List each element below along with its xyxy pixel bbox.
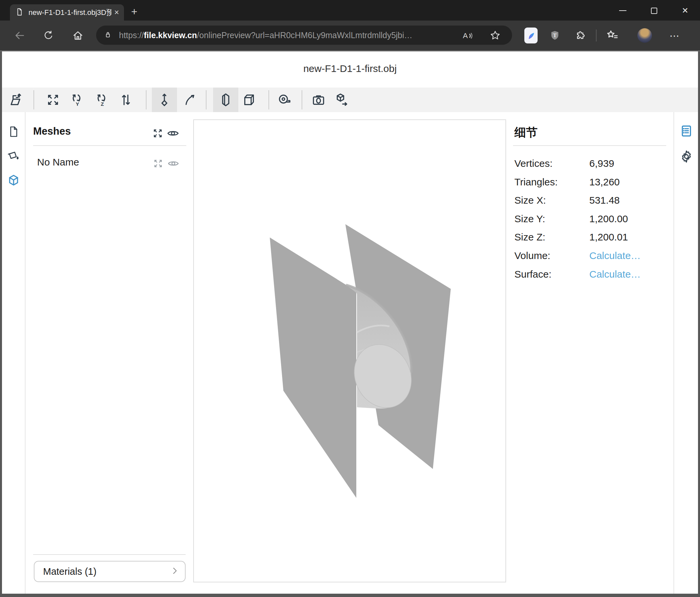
meshes-fit-all-icon[interactable] — [152, 127, 164, 139]
detail-value: 1,200.01 — [589, 232, 628, 243]
fit-view-button[interactable] — [41, 88, 66, 112]
detail-row-vertices: Vertices: 6,939 — [515, 158, 670, 170]
measure-button[interactable] — [272, 88, 297, 112]
home-button[interactable] — [71, 21, 84, 50]
ellipsis-icon: ⋯ — [670, 30, 680, 42]
svg-text:T: T — [553, 32, 556, 39]
address-bar[interactable]: https://file.kkview.cn/onlinePreview?url… — [96, 26, 512, 45]
flip-vertical-button[interactable] — [114, 88, 139, 112]
url-path: /onlinePreview?url=aHR0cHM6Ly9maWxlLmtrd… — [197, 30, 412, 40]
left-rail-divider — [25, 112, 26, 594]
screenshot-button[interactable] — [306, 88, 331, 112]
settings-gear-icon[interactable] — [679, 149, 694, 164]
detail-value: 1,200.00 — [589, 213, 628, 224]
detail-row-size-z: Size Z: 1,200.01 — [515, 232, 670, 243]
back-button[interactable] — [13, 21, 26, 50]
chevron-right-icon — [170, 567, 179, 576]
tab-favicon-document-icon — [15, 8, 24, 18]
url-host: file.kkview.cn — [144, 30, 197, 40]
chrome-bottom-edge — [0, 50, 700, 51]
page-title: new-F1-D1-1-first.obj — [0, 63, 700, 74]
rotate-z-label: Z — [101, 101, 104, 107]
calculate-surface-link[interactable]: Calculate… — [589, 269, 641, 280]
rotate-y-button[interactable]: Y — [64, 88, 89, 112]
thunder-extension-icon[interactable] — [524, 21, 538, 50]
thunder-extension-badge — [524, 27, 538, 44]
window-close-button[interactable]: ✕ — [677, 4, 693, 17]
right-rail-divider — [674, 112, 674, 594]
meshes-visibility-eye-icon[interactable] — [166, 127, 180, 140]
model-left-plane — [270, 237, 356, 498]
detail-row-size-x: Size X: 531.48 — [515, 195, 670, 207]
left-rail — [2, 112, 25, 594]
meshes-panel-divider — [33, 145, 186, 146]
details-panel-divider — [513, 145, 666, 146]
browser-navbar: https://file.kkview.cn/onlinePreview?url… — [0, 21, 700, 50]
model-3d-icon[interactable] — [2, 174, 25, 188]
materials-button[interactable]: Materials (1) — [34, 561, 185, 582]
maximize-icon — [651, 8, 657, 14]
model-3d-render — [194, 120, 505, 582]
window-border-bottom — [0, 594, 700, 597]
rotate-z-button[interactable]: Z — [89, 88, 114, 112]
details-panel-title: 细节 — [515, 125, 538, 140]
calculate-volume-link[interactable]: Calculate… — [589, 250, 641, 261]
collections-icon[interactable] — [605, 21, 620, 50]
box-view-button[interactable] — [236, 88, 262, 112]
detail-label: Vertices: — [515, 158, 552, 169]
meshes-panel-title: Meshes — [33, 125, 71, 137]
extensions-puzzle-icon[interactable] — [574, 21, 587, 50]
navbar-separator — [596, 29, 597, 42]
materials-icon[interactable] — [2, 149, 25, 162]
toolbar-separator — [269, 90, 269, 110]
materials-divider — [33, 554, 185, 555]
close-icon: ✕ — [682, 6, 689, 15]
browser-tab[interactable]: new-F1-D1-1-first.obj3D预览 ✕ — [10, 4, 124, 21]
model-viewport[interactable] — [193, 119, 506, 582]
window-border-right — [698, 51, 700, 594]
export-3d-button[interactable] — [329, 88, 354, 112]
minimize-icon — [619, 10, 626, 11]
open-file-button[interactable] — [4, 88, 29, 112]
detail-label: Triangles: — [515, 176, 558, 188]
details-list-icon[interactable] — [679, 124, 693, 138]
window-maximize-button[interactable] — [646, 4, 661, 17]
favorite-star-icon[interactable] — [488, 21, 502, 50]
viewer-toolbar: Y Z — [2, 88, 698, 112]
detail-row-surface: Surface: Calculate… — [515, 269, 670, 281]
svg-text:A: A — [463, 31, 468, 40]
toolbar-separator — [33, 90, 34, 110]
browser-menu-button[interactable]: ⋯ — [668, 21, 682, 50]
new-tab-button[interactable]: + — [127, 4, 142, 19]
tab-close-icon[interactable]: ✕ — [114, 9, 119, 16]
detail-label: Size Z: — [515, 232, 545, 243]
solid-view-button[interactable] — [213, 88, 238, 112]
materials-button-label: Materials (1) — [43, 566, 170, 577]
toolbar-separator — [302, 90, 302, 110]
detail-row-triangles: Triangles: 13,260 — [515, 176, 670, 188]
profile-avatar[interactable] — [637, 21, 652, 50]
url-text[interactable]: https://file.kkview.cn/onlinePreview?url… — [119, 30, 412, 40]
lock-icon[interactable] — [103, 30, 112, 41]
file-info-icon[interactable] — [2, 125, 25, 138]
read-aloud-icon[interactable]: A — [460, 21, 475, 50]
detail-row-volume: Volume: Calculate… — [515, 250, 670, 262]
detail-label: Surface: — [515, 269, 551, 280]
reload-button[interactable] — [42, 21, 55, 50]
mesh-item-eye-icon[interactable] — [167, 157, 180, 170]
detail-label: Size Y: — [515, 213, 545, 224]
detail-row-size-y: Size Y: 1,200.00 — [515, 213, 670, 225]
orbit-button[interactable] — [177, 88, 202, 112]
move-axis-button[interactable] — [152, 88, 177, 112]
toolbar-separator — [206, 90, 206, 110]
detail-label: Volume: — [515, 250, 550, 261]
mesh-item-name: No Name — [37, 157, 79, 168]
window-minimize-button[interactable] — [615, 4, 630, 17]
url-scheme: https:// — [119, 30, 144, 40]
detail-value: 6,939 — [589, 158, 614, 169]
mesh-item-fit-icon[interactable] — [152, 158, 164, 169]
detail-value: 531.48 — [589, 195, 620, 206]
avatar-photo — [638, 28, 652, 43]
window-controls: ✕ — [615, 3, 693, 18]
shield-extension-icon[interactable]: T — [548, 21, 561, 50]
